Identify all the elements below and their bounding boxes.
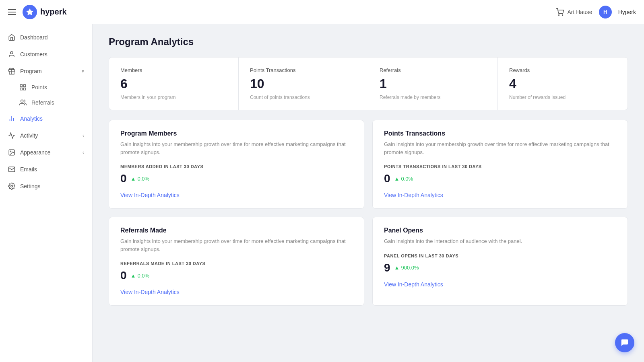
users-icon xyxy=(19,99,27,106)
chevron-left-icon: ‹ xyxy=(83,133,84,138)
svg-point-3 xyxy=(10,51,13,54)
user-avatar: H xyxy=(599,6,612,19)
stat-card-members: Members 6 Members in your program xyxy=(109,58,239,110)
stat-label-points: Points Transactions xyxy=(250,67,357,73)
stat-card-rewards: Rewards 4 Number of rewards issued xyxy=(498,58,627,110)
sidebar-label-analytics: Analytics xyxy=(20,115,43,122)
appearance-icon xyxy=(8,149,15,156)
hamburger-button[interactable] xyxy=(8,9,16,15)
analytics-desc-program-members: Gain insights into your membership growt… xyxy=(120,140,353,156)
analytics-card-program-members: Program Members Gain insights into your … xyxy=(109,120,364,209)
sidebar-item-program[interactable]: Program ▾ xyxy=(0,63,92,80)
star-icon xyxy=(26,8,34,16)
analytics-count-points-transactions: 0 xyxy=(384,172,390,185)
settings-icon xyxy=(8,183,15,190)
svg-rect-8 xyxy=(24,88,26,90)
sidebar-label-referrals: Referrals xyxy=(31,99,54,106)
sidebar-item-emails[interactable]: Emails xyxy=(0,161,92,178)
stat-label-referrals: Referrals xyxy=(380,67,486,73)
analytics-link-panel-opens[interactable]: View In-Depth Analytics xyxy=(384,281,443,288)
analytics-title-points-transactions: Points Transactions xyxy=(384,130,616,137)
header-right: Art Hause H Hyperk xyxy=(556,6,636,19)
analytics-count-panel-opens: 9 xyxy=(384,261,390,274)
chat-icon xyxy=(620,338,629,347)
cart-icon xyxy=(556,8,564,16)
sidebar-item-referrals[interactable]: Referrals xyxy=(0,95,92,110)
sidebar-item-settings[interactable]: Settings xyxy=(0,178,92,195)
stats-row: Members 6 Members in your program Points… xyxy=(109,57,628,110)
analytics-trend-points-transactions: ▲ 0.0% xyxy=(394,176,413,182)
sidebar-item-activity[interactable]: Activity ‹ xyxy=(0,127,92,144)
stat-desc-members: Members in your program xyxy=(120,95,227,100)
stat-card-points-transactions: Points Transactions 10 Count of points t… xyxy=(239,58,368,110)
sidebar-item-appearance[interactable]: Appearance ‹ xyxy=(0,144,92,161)
svg-point-16 xyxy=(11,185,13,187)
sidebar-label-settings: Settings xyxy=(20,183,41,189)
store-name: Art Hause xyxy=(567,9,592,15)
analytics-count-program-members: 0 xyxy=(120,172,127,185)
analytics-grid: Program Members Gain insights into your … xyxy=(109,120,628,306)
trend-up-icon: ▲ xyxy=(131,176,136,182)
analytics-count-row-program-members: 0 ▲ 0.0% xyxy=(120,172,353,185)
analytics-count-referrals-made: 0 xyxy=(120,269,127,282)
analytics-title-referrals-made: Referrals Made xyxy=(120,227,353,234)
analytics-link-points-transactions[interactable]: View In-Depth Analytics xyxy=(384,192,443,198)
sidebar-item-customers[interactable]: Customers xyxy=(0,46,92,63)
trend-up-icon-2: ▲ xyxy=(394,176,400,182)
header: hyperk Art Hause H Hyperk xyxy=(0,0,644,24)
sidebar-label-dashboard: Dashboard xyxy=(20,34,48,41)
sidebar-item-analytics[interactable]: Analytics xyxy=(0,110,92,127)
chevron-left-icon-2: ‹ xyxy=(83,150,84,155)
sidebar-item-points[interactable]: Points xyxy=(0,80,92,95)
sidebar-label-points: Points xyxy=(31,84,47,90)
logo[interactable]: hyperk xyxy=(23,5,67,19)
bar-chart-icon xyxy=(8,115,15,122)
logo-text: hyperk xyxy=(40,7,67,16)
header-left: hyperk xyxy=(8,5,67,19)
stat-value-rewards: 4 xyxy=(509,76,616,91)
sidebar-label-program: Program xyxy=(20,68,42,74)
store-info: Art Hause xyxy=(556,8,592,16)
svg-marker-0 xyxy=(27,8,33,15)
mail-icon xyxy=(8,166,15,173)
stat-desc-referrals: Referrals made by members xyxy=(380,95,486,100)
user-icon xyxy=(8,51,15,58)
sidebar: Dashboard Customers Program ▾ Points xyxy=(0,24,93,362)
stat-label-rewards: Rewards xyxy=(509,67,616,73)
home-icon xyxy=(8,34,15,41)
stat-desc-rewards: Number of rewards issued xyxy=(509,95,616,100)
stat-value-points: 10 xyxy=(250,76,357,91)
svg-point-10 xyxy=(21,100,23,102)
stat-label-members: Members xyxy=(120,67,227,73)
grid-icon xyxy=(19,84,27,91)
logo-icon xyxy=(23,5,37,19)
analytics-title-program-members: Program Members xyxy=(120,130,353,137)
user-name: Hyperk xyxy=(618,9,636,15)
analytics-card-points-transactions: Points Transactions Gain insights into y… xyxy=(372,120,628,209)
sidebar-label-activity: Activity xyxy=(20,132,38,139)
analytics-desc-panel-opens: Gain insights into the interaction of au… xyxy=(384,237,616,245)
analytics-trend-referrals-made: ▲ 0.0% xyxy=(131,273,150,279)
sidebar-label-appearance: Appearance xyxy=(20,149,51,156)
analytics-title-panel-opens: Panel Opens xyxy=(384,227,616,234)
sidebar-label-customers: Customers xyxy=(20,51,47,58)
analytics-count-row-panel-opens: 9 ▲ 900.0% xyxy=(384,261,616,274)
stat-card-referrals: Referrals 1 Referrals made by members xyxy=(368,58,498,110)
gift-icon xyxy=(8,68,15,75)
layout: Dashboard Customers Program ▾ Points xyxy=(0,0,644,362)
chat-button[interactable] xyxy=(615,333,634,352)
main-content: Program Analytics Members 6 Members in y… xyxy=(93,24,644,362)
analytics-desc-referrals-made: Gain insights into your membership growt… xyxy=(120,237,353,253)
analytics-card-panel-opens: Panel Opens Gain insights into the inter… xyxy=(372,217,628,306)
svg-rect-9 xyxy=(20,88,22,90)
trend-up-icon-4: ▲ xyxy=(394,265,400,271)
analytics-link-program-members[interactable]: View In-Depth Analytics xyxy=(120,192,180,198)
analytics-card-referrals-made: Referrals Made Gain insights into your m… xyxy=(109,217,364,306)
analytics-period-panel-opens: PANEL OPENS IN LAST 30 DAYS xyxy=(384,253,616,258)
analytics-count-row-referrals-made: 0 ▲ 0.0% xyxy=(120,269,353,282)
analytics-link-referrals-made[interactable]: View In-Depth Analytics xyxy=(120,289,180,295)
sidebar-item-dashboard[interactable]: Dashboard xyxy=(0,29,92,46)
stat-value-members: 6 xyxy=(120,76,227,91)
svg-point-1 xyxy=(559,14,559,15)
svg-rect-7 xyxy=(24,84,26,86)
